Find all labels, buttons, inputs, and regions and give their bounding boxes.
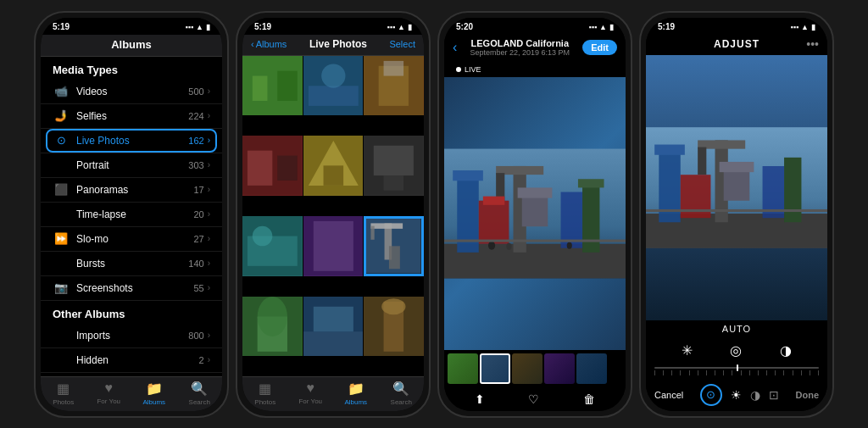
tab-search-1[interactable]: 🔍 Search	[177, 381, 223, 406]
live-photo-adjust-icon[interactable]: ⊙	[700, 384, 722, 406]
svg-rect-64	[784, 157, 801, 221]
photo-cell-9-selected[interactable]	[364, 216, 424, 276]
photos-tab-label: Photos	[53, 398, 74, 406]
svg-rect-45	[518, 187, 553, 197]
back-button-3[interactable]: ‹	[453, 40, 457, 55]
timelapse-item[interactable]: ✳ Time-lapse 20 ›	[41, 203, 222, 227]
portrait-chevron: ›	[208, 160, 210, 170]
status-icons-4: ▪▪▪ ▲ ▮	[791, 23, 816, 31]
panoramas-item[interactable]: ⬛ Panoramas 17 ›	[41, 178, 222, 203]
svg-rect-67	[646, 208, 827, 211]
panoramas-icon: ⬛	[53, 183, 70, 197]
live-label: LIVE	[465, 65, 481, 74]
tab-foryou-2[interactable]: ♥ For You	[288, 381, 334, 406]
slider-track	[654, 367, 819, 369]
thumb-2-active[interactable]	[480, 353, 510, 384]
photo-cell-8[interactable]	[303, 216, 364, 276]
thumb-3[interactable]	[512, 353, 542, 384]
select-button[interactable]: Select	[389, 39, 415, 49]
screenshots-chevron: ›	[208, 283, 210, 292]
thumb-4[interactable]	[544, 353, 575, 384]
adjustment-slider[interactable]	[646, 364, 827, 379]
slider-dot	[671, 370, 672, 375]
slider-handle	[737, 364, 738, 371]
status-bar-1: 5:19 ▪▪▪ ▲ ▮	[41, 18, 222, 35]
photo-cell-3[interactable]	[364, 56, 424, 116]
color-icon[interactable]: ◑	[750, 388, 760, 402]
live-photos-label: Live Photos	[76, 135, 188, 147]
favorite-icon[interactable]: ♡	[528, 392, 539, 406]
cancel-button[interactable]: Cancel	[654, 390, 683, 400]
imports-item[interactable]: ⬆ Imports 800 ›	[41, 324, 222, 348]
tab-photos-1[interactable]: ▦ Photos	[41, 381, 86, 406]
delete-icon[interactable]: 🗑	[583, 392, 595, 406]
svg-rect-33	[313, 307, 353, 331]
selfies-label: Selfies	[76, 110, 188, 122]
phone-3-screen: 5:20 ▪▪▪ ▲ ▮ ‹ LEGOLAND California Septe…	[444, 18, 626, 411]
svg-rect-32	[303, 331, 364, 356]
svg-rect-14	[323, 166, 343, 186]
photo-cell-11[interactable]	[303, 297, 364, 357]
photo-cell-10[interactable]	[242, 297, 303, 357]
circle-tool-icon[interactable]: ◎	[730, 342, 742, 359]
photo-grid	[242, 56, 424, 376]
foryou-tab-icon-2: ♥	[307, 381, 315, 396]
tab-foryou-1[interactable]: ♥ For You	[86, 381, 132, 406]
live-photos-item[interactable]: ⊙ Live Photos 162 ›	[41, 129, 222, 153]
photo-cell-7[interactable]	[242, 216, 303, 276]
panoramas-chevron: ›	[208, 185, 210, 194]
hidden-chevron: ›	[208, 355, 210, 364]
back-button-2[interactable]: ‹ Albums	[251, 39, 287, 49]
live-indicator	[456, 67, 461, 72]
half-circle-icon[interactable]: ◑	[780, 342, 792, 359]
svg-rect-8	[384, 60, 404, 75]
bursts-item[interactable]: ❇ Bursts 140 ›	[41, 252, 222, 276]
photo-cell-2[interactable]	[303, 56, 364, 116]
share-icon[interactable]: ⬆	[475, 392, 485, 406]
time-3: 5:20	[456, 22, 473, 31]
hidden-icon: 👁	[53, 353, 70, 367]
adjust-title: ADJUST	[714, 38, 760, 50]
slomo-item[interactable]: ⏩ Slo-mo 27 ›	[41, 227, 222, 252]
adjust-tools: ✳ ◎ ◑	[646, 337, 827, 364]
imports-chevron: ›	[208, 331, 210, 340]
screenshots-label: Screenshots	[76, 282, 193, 294]
photo-thumb-5	[303, 136, 364, 196]
tab-albums-1[interactable]: 📁 Albums	[131, 381, 177, 406]
battery-icon: ▮	[206, 23, 210, 31]
hidden-item[interactable]: 👁 Hidden 2 ›	[41, 348, 222, 373]
selfies-item[interactable]: 🤳 Selfies 224 ›	[41, 104, 222, 129]
photo-cell-1[interactable]	[242, 56, 303, 116]
screenshots-icon: 📷	[53, 281, 70, 295]
tab-albums-2[interactable]: 📁 Albums	[333, 381, 379, 406]
slider-dot	[741, 370, 742, 375]
done-button[interactable]: Done	[796, 390, 820, 400]
slider-dot	[793, 370, 793, 375]
magic-wand-icon[interactable]: ✳	[682, 342, 693, 359]
slider-dot	[706, 370, 707, 375]
brightness-icon[interactable]: ☀	[731, 388, 742, 402]
photo-cell-5[interactable]	[303, 136, 364, 196]
thumb-1[interactable]	[448, 353, 478, 384]
phone-1-screen: 5:19 ▪▪▪ ▲ ▮ Albums Media Types 📹 Videos…	[41, 18, 222, 411]
thumb-5[interactable]	[576, 353, 607, 384]
slomo-chevron: ›	[208, 234, 210, 243]
wifi-icon: ▲	[196, 23, 203, 31]
videos-item[interactable]: 📹 Videos 500 ›	[41, 80, 222, 104]
videos-icon: 📹	[53, 85, 70, 98]
photo-cell-4[interactable]	[242, 136, 303, 196]
edit-button[interactable]: Edit	[582, 40, 617, 55]
photo-cell-6[interactable]	[364, 136, 424, 196]
screenshots-item[interactable]: 📷 Screenshots 55 ›	[41, 276, 222, 301]
nav-bar-1: Albums	[41, 35, 222, 57]
photo-thumb-1	[242, 56, 303, 116]
battery-icon-2: ▮	[408, 23, 412, 31]
photo-thumb-10	[242, 297, 303, 357]
photo-cell-12[interactable]	[364, 297, 424, 357]
tab-search-2[interactable]: 🔍 Search	[379, 381, 425, 406]
tab-photos-2[interactable]: ▦ Photos	[242, 381, 288, 406]
more-icon[interactable]: •••	[806, 37, 819, 51]
legoland-photo	[444, 77, 626, 350]
crop-icon[interactable]: ⊡	[769, 388, 779, 402]
portrait-item[interactable]: ◎ Portrait 303 ›	[41, 153, 222, 178]
